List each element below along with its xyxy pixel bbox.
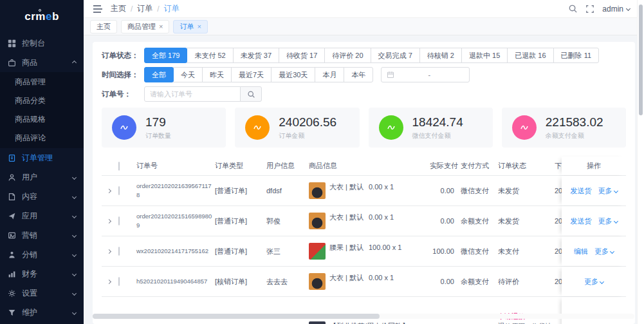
time-filter-all[interactable]: 全部 bbox=[144, 67, 174, 82]
send-goods-link[interactable]: 发送货 bbox=[571, 216, 592, 226]
status-filter-receiving[interactable]: 待收货 17 bbox=[279, 48, 325, 63]
tab-orders[interactable]: 订单× bbox=[173, 20, 207, 33]
stat-label: 订单金额 bbox=[279, 131, 336, 140]
sidebar-item-dashboard[interactable]: 控制台 bbox=[0, 33, 84, 53]
status-filter-unpaid[interactable]: 未支付 52 bbox=[187, 48, 233, 63]
send-goods-link[interactable]: 发送货 bbox=[571, 186, 592, 196]
logo-ring-decoration bbox=[39, 9, 41, 12]
stat-label: 微信支付金额 bbox=[412, 131, 463, 140]
row-actions: 编辑 更多 bbox=[562, 236, 626, 266]
order-no-input[interactable] bbox=[144, 86, 241, 102]
order-type: [普通订单] bbox=[215, 242, 266, 262]
status-filter-review[interactable]: 待评价 20 bbox=[324, 48, 371, 63]
status-filter-refunding[interactable]: 退款中 15 bbox=[461, 48, 508, 63]
row-checkbox[interactable] bbox=[118, 247, 120, 256]
breadcrumb-orders[interactable]: 订单 bbox=[137, 3, 152, 14]
row-actions: 更多 bbox=[562, 267, 626, 296]
more-link[interactable]: 更多 bbox=[584, 277, 603, 287]
order-search-button[interactable] bbox=[240, 86, 262, 102]
sidebar-collapse-button[interactable] bbox=[93, 5, 103, 14]
row-expand-button[interactable] bbox=[102, 214, 118, 228]
row-actions: 更多 bbox=[562, 297, 626, 324]
col-header-action: 操作 bbox=[562, 157, 626, 175]
breadcrumb-home[interactable]: 主页 bbox=[111, 3, 126, 14]
header-search-button[interactable] bbox=[568, 4, 578, 14]
status-filter-refunded[interactable]: 已退款 16 bbox=[507, 48, 553, 63]
table-row: wx2021020214171755162 [普通订单] 张三 腰果 | 默认1… bbox=[102, 236, 626, 267]
time-filter-today[interactable]: 今天 bbox=[173, 67, 203, 82]
sidebar-item-finance[interactable]: 财务 bbox=[0, 264, 84, 283]
expand-header bbox=[102, 162, 118, 171]
sidebar-item-label: 内容 bbox=[22, 191, 73, 202]
select-all-checkbox[interactable] bbox=[118, 162, 120, 171]
order-status-button-group: 全部 179 未支付 52 未发货 37 待收货 17 待评价 20 交易完成 … bbox=[144, 48, 599, 63]
status-filter-verify[interactable]: 待核销 2 bbox=[419, 48, 462, 63]
sidebar-item-marketing[interactable]: 营销 bbox=[0, 225, 84, 245]
chevron-down-icon bbox=[610, 249, 614, 253]
sidebar-item-order-manage[interactable]: 订单管理 bbox=[0, 148, 84, 167]
horizontal-scrollbar-thumb[interactable] bbox=[93, 314, 380, 319]
status-filter-complete[interactable]: 交易完成 7 bbox=[371, 48, 420, 63]
page-content: 订单状态： 全部 179 未支付 52 未发货 37 待收货 17 待评价 20… bbox=[84, 35, 644, 324]
fullscreen-button[interactable] bbox=[585, 5, 594, 14]
sidebar-item-users[interactable]: 用户 bbox=[0, 167, 84, 187]
tab-home[interactable]: 主页 bbox=[90, 20, 117, 33]
row-checkbox[interactable] bbox=[118, 186, 120, 195]
stat-value: 18424.74 bbox=[412, 115, 463, 129]
goods-submenu: 商品管理 商品分类 商品规格 商品评论 bbox=[0, 72, 84, 148]
sidebar-item-settings[interactable]: 设置 bbox=[0, 283, 84, 303]
sidebar-item-label: 设置 bbox=[22, 288, 73, 299]
vertical-scrollbar[interactable] bbox=[637, 0, 644, 324]
time-filter-7days[interactable]: 最近7天 bbox=[231, 67, 271, 82]
time-filter-30days[interactable]: 最近30天 bbox=[271, 67, 315, 82]
sidebar-item-goods[interactable]: 商品 bbox=[0, 53, 84, 72]
pay-method: 微信支付 bbox=[461, 242, 498, 262]
row-checkbox[interactable] bbox=[118, 277, 120, 286]
row-expand-button[interactable] bbox=[102, 275, 118, 289]
row-expand-button[interactable] bbox=[102, 245, 118, 258]
gear-icon bbox=[8, 289, 16, 298]
product-item: 大衣 | 默认0.00 x 1 bbox=[309, 273, 422, 290]
status-filter-deleted[interactable]: 已删除 11 bbox=[553, 48, 599, 63]
user-menu[interactable]: admin bbox=[602, 5, 630, 14]
close-icon[interactable]: × bbox=[159, 23, 163, 30]
sidebar-item-goods-spec[interactable]: 商品规格 bbox=[0, 110, 84, 129]
logo-text: crm bbox=[24, 10, 46, 23]
more-link[interactable]: 更多 bbox=[598, 216, 618, 226]
tab-label: 订单 bbox=[179, 22, 194, 32]
sidebar-item-distribution[interactable]: 分销 bbox=[0, 245, 84, 264]
content-icon bbox=[8, 193, 16, 201]
vertical-scrollbar-thumb[interactable] bbox=[639, 5, 643, 115]
time-filter-month[interactable]: 本月 bbox=[315, 67, 344, 82]
edit-link[interactable]: 编辑 bbox=[574, 247, 588, 256]
sidebar-item-maintenance[interactable]: 维护 bbox=[0, 303, 84, 322]
more-link[interactable]: 更多 bbox=[598, 186, 618, 196]
tab-goods-manage[interactable]: 商品管理× bbox=[121, 20, 169, 33]
product-price-qty: 0.00 x 1 bbox=[369, 274, 394, 281]
date-range-separator: - bbox=[394, 71, 464, 79]
stat-order-count: 179订单数量 bbox=[102, 108, 226, 148]
row-actions: 发送货 更多 bbox=[562, 206, 626, 236]
row-checkbox[interactable] bbox=[118, 216, 120, 225]
horizontal-scrollbar[interactable] bbox=[93, 314, 634, 319]
more-link[interactable]: 更多 bbox=[594, 247, 614, 256]
time-filter-yesterday[interactable]: 昨天 bbox=[202, 67, 232, 82]
sidebar-item-apps[interactable]: 应用 bbox=[0, 206, 84, 225]
sidebar-item-content[interactable]: 内容 bbox=[0, 187, 84, 206]
sidebar-item-goods-manage[interactable]: 商品管理 bbox=[0, 73, 84, 91]
order-search bbox=[144, 86, 262, 102]
row-expand-button[interactable] bbox=[102, 184, 118, 198]
sidebar-item-goods-review[interactable]: 商品评论 bbox=[0, 129, 84, 148]
order-status-cell: 申请退款 退款原因：收货地址填错了 备注说明：你把不鸟你你姐姐吧v不不不吧v哈哈… bbox=[498, 297, 555, 324]
chevron-down-icon bbox=[72, 271, 77, 276]
breadcrumb: 主页 / 订单 / 订单 bbox=[111, 3, 179, 14]
date-range-picker[interactable]: - bbox=[381, 67, 470, 82]
time-filter-year[interactable]: 本年 bbox=[344, 67, 373, 82]
sidebar-item-goods-category[interactable]: 商品分类 bbox=[0, 91, 84, 110]
status-filter-unshipped[interactable]: 未发货 37 bbox=[233, 48, 279, 63]
status-filter-all[interactable]: 全部 179 bbox=[144, 48, 187, 63]
breadcrumb-separator: / bbox=[131, 5, 133, 14]
stat-order-amount: 240206.56订单金额 bbox=[235, 108, 359, 148]
close-icon[interactable]: × bbox=[197, 23, 201, 30]
product-item: 大衣 | 默认0.00 x 1 bbox=[309, 213, 422, 229]
